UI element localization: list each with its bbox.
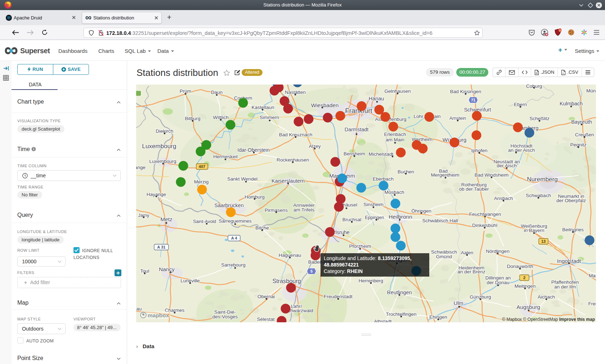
svg-text:Ulm: Ulm [453, 300, 463, 306]
svg-text:2: 2 [523, 276, 525, 280]
svg-text:13: 13 [541, 239, 546, 244]
svg-text:Saarbrücken: Saarbrücken [214, 203, 244, 208]
svg-text:Eppingen: Eppingen [365, 215, 384, 220]
svg-text:A 4: A 4 [231, 236, 238, 240]
svg-text:Schwäbisch Hall: Schwäbisch Hall [422, 218, 458, 223]
svg-text:au: au [136, 306, 142, 311]
svg-text:der Oberpfalz: der Oberpfalz [556, 198, 586, 203]
svg-text:Sankt Wendel: Sankt Wendel [227, 176, 257, 182]
svg-text:an der Ilm: an der Ilm [554, 284, 576, 290]
svg-text:Luxembourg: Luxembourg [142, 143, 176, 150]
svg-text:an der Aisch: an der Aisch [508, 147, 535, 153]
svg-text:Gmünd: Gmünd [436, 254, 452, 259]
svg-text:Hanau: Hanau [369, 96, 384, 101]
svg-text:am Trifels: am Trifels [293, 207, 315, 213]
svg-text:des-Vosges: des-Vosges [212, 314, 238, 319]
svg-text:407: 407 [199, 164, 205, 169]
svg-text:2: 2 [559, 29, 561, 32]
svg-text:© Mapbox © OpenStreetMap Impro: © Mapbox © OpenStreetMap Improve this ma… [502, 317, 595, 322]
svg-text:Darmstadt: Darmstadt [345, 127, 368, 132]
svg-text:Nuremberg: Nuremberg [527, 176, 558, 183]
svg-text:Strasbourg: Strasbourg [272, 278, 301, 284]
svg-text:Wiesbaden: Wiesbaden [311, 102, 339, 108]
svg-text:x: x [563, 72, 564, 74]
svg-text:Nancy: Nancy [159, 266, 175, 272]
svg-text:ob der Tauber: ob der Tauber [459, 186, 489, 192]
svg-text:71: 71 [471, 98, 475, 102]
svg-text:an der Brenz: an der Brenz [457, 269, 485, 274]
svg-text:Sélestat: Sélestat [257, 317, 275, 322]
svg-text:Mair: Mair [589, 273, 596, 278]
svg-text:Augsburg: Augsburg [516, 304, 540, 310]
svg-text:am Main: am Main [386, 137, 404, 142]
svg-text:Mosbach: Mosbach [385, 190, 404, 195]
svg-text:Mergentheim: Mergentheim [431, 172, 460, 178]
svg-text:Simmern: Simmern [260, 115, 279, 120]
svg-text:Sarrebourg: Sarrebourg [221, 262, 246, 268]
svg-text:mapbox: mapbox [148, 312, 169, 318]
svg-text:Freisi: Freisi [588, 301, 596, 306]
svg-text:Heilbronn: Heilbronn [389, 214, 412, 220]
svg-text:Metz: Metz [160, 216, 172, 222]
svg-text:Münd: Münd [586, 88, 596, 94]
svg-text:häusel: häusel [343, 202, 357, 208]
svg-text:Albstadt: Albstadt [374, 319, 392, 322]
svg-text:5: 5 [310, 269, 313, 273]
svg-text:ange: ange [136, 165, 145, 170]
svg-text:Saint-Avold: Saint-Avold [193, 219, 216, 224]
svg-text:Erlenbach: Erlenbach [384, 132, 406, 137]
svg-text:Aschaffenburg: Aschaffenburg [375, 117, 407, 122]
svg-text:Sarreguemines: Sarreguemines [219, 218, 252, 224]
svg-text:Michelstadt: Michelstadt [369, 151, 394, 157]
svg-text:A 31: A 31 [157, 245, 166, 249]
svg-text:Merzig: Merzig [194, 179, 209, 185]
